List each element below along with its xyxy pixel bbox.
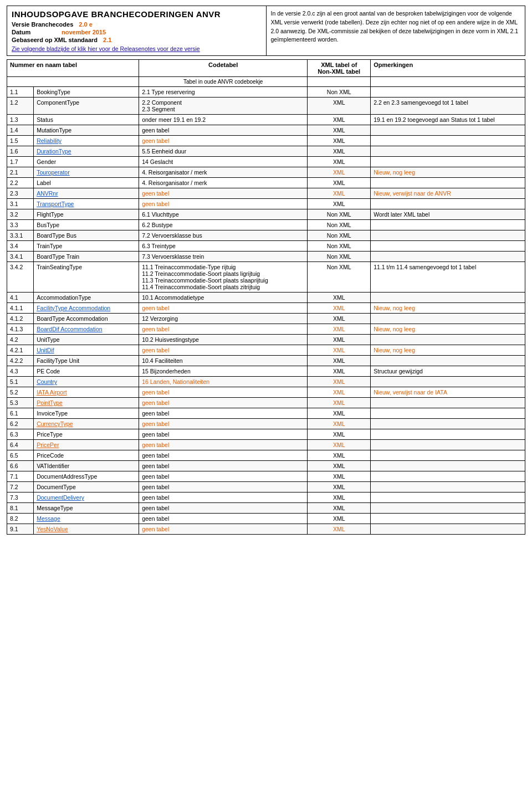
table-row: 1.2ComponentType2.2 Component2.3 Segment… xyxy=(7,98,525,115)
row-name[interactable]: Message xyxy=(34,514,139,524)
row-old-code: 6.3 Treintype xyxy=(139,241,308,252)
row-old-code: 4. Reisorganisator / merk xyxy=(139,178,308,188)
row-name: TrainSeatingType xyxy=(34,262,139,293)
row-name: PriceType xyxy=(34,429,139,440)
row-old-code: 2.1 Type reservering xyxy=(139,87,308,98)
row-name[interactable]: DocumentDelivery xyxy=(34,493,139,503)
row-old-code: geen tabel xyxy=(139,429,308,440)
row-remark xyxy=(371,356,525,366)
version-value: 2.0 e xyxy=(79,21,92,28)
row-name: FacilityType Unit xyxy=(34,356,139,366)
table-row: 4.1AccommodationType10.1 Accommodatietyp… xyxy=(7,293,525,303)
row-name: Gender xyxy=(34,157,139,167)
row-remark xyxy=(371,125,525,136)
row-name: BoardType Accommodation xyxy=(34,314,139,324)
row-name[interactable]: Touroperator xyxy=(34,167,139,178)
row-old-code: 5.5 Eenheid duur xyxy=(139,146,308,157)
row-num: 6.4 xyxy=(7,440,34,450)
row-old-code: geen tabel xyxy=(139,324,308,335)
row-remark xyxy=(371,461,525,471)
row-remark xyxy=(371,314,525,324)
row-remark: Nieuw, verwijst naar de IATA xyxy=(371,387,525,398)
row-name[interactable]: IATA Airport xyxy=(34,387,139,398)
th-num-sub xyxy=(7,77,139,87)
table-row: 9.1YesNoValuegeen tabelXML xyxy=(7,524,525,535)
table-row: 1.6DurationType5.5 Eenheid duurXML xyxy=(7,146,525,157)
row-xml-type: XML xyxy=(308,199,371,209)
row-remark: Nieuw, verwijst naar de ANVR xyxy=(371,188,525,199)
row-old-code: 10.4 Faciliteiten xyxy=(139,356,308,366)
datum-label: Datum xyxy=(12,29,56,35)
row-num: 4.2.2 xyxy=(7,356,34,366)
row-name[interactable]: Country xyxy=(34,377,139,387)
row-remark xyxy=(371,429,525,440)
row-xml-type: XML xyxy=(308,167,371,178)
row-num: 3.2 xyxy=(7,209,34,220)
row-xml-type: XML xyxy=(308,188,371,199)
row-remark xyxy=(371,335,525,345)
row-old-code: 10.1 Accommodatietype xyxy=(139,293,308,303)
row-xml-type: Non XML xyxy=(308,252,371,262)
row-num: 2.3 xyxy=(7,188,34,199)
table-row: 7.3DocumentDeliverygeen tabelXML xyxy=(7,493,525,503)
row-xml-type: XML xyxy=(308,493,371,503)
row-remark xyxy=(371,514,525,524)
table-row: 3.4.1BoardType Train7.3 Vervoersklasse t… xyxy=(7,252,525,262)
row-name[interactable]: CurrencyType xyxy=(34,419,139,429)
table-body: 1.1BookingType2.1 Type reserveringNon XM… xyxy=(7,87,525,535)
row-num: 3.4 xyxy=(7,241,34,252)
row-old-code: geen tabel xyxy=(139,136,308,146)
row-num: 2.1 xyxy=(7,167,34,178)
row-xml-type: XML xyxy=(308,524,371,535)
row-old-code: 4. Reisorganisator / merk xyxy=(139,167,308,178)
row-xml-type: XML xyxy=(308,503,371,514)
row-xml-type: XML xyxy=(308,356,371,366)
row-xml-type: XML xyxy=(308,440,371,450)
row-xml-type: XML xyxy=(308,157,371,167)
release-notes-link[interactable]: Zie volgende bladzijde of klik hier voor… xyxy=(12,45,262,52)
row-name[interactable]: TransportType xyxy=(34,199,139,209)
row-remark xyxy=(371,220,525,230)
row-name: FlightType xyxy=(34,209,139,220)
row-name[interactable]: BoardDif Accommodation xyxy=(34,324,139,335)
row-name[interactable]: PricePer xyxy=(34,440,139,450)
row-name[interactable]: ANVRnr xyxy=(34,188,139,199)
row-name: DocumentType xyxy=(34,482,139,493)
row-name[interactable]: DurationType xyxy=(34,146,139,157)
th-num-name: Nummer en naam tabel xyxy=(7,60,139,77)
row-name[interactable]: YesNoValue xyxy=(34,524,139,535)
row-name[interactable]: FacilityType Accommodation xyxy=(34,303,139,314)
row-num: 5.2 xyxy=(7,387,34,398)
row-remark xyxy=(371,482,525,493)
th-xml-sub xyxy=(308,77,371,87)
row-old-code: 7.3 Vervoersklasse trein xyxy=(139,252,308,262)
th-codetabel-header: Codetabel xyxy=(139,60,308,77)
row-name: Status xyxy=(34,115,139,125)
row-name: InvoiceType xyxy=(34,408,139,419)
row-name[interactable]: UnitDif xyxy=(34,345,139,356)
row-num: 2.2 xyxy=(7,178,34,188)
row-xml-type: XML xyxy=(308,461,371,471)
row-remark xyxy=(371,241,525,252)
row-xml-type: XML xyxy=(308,419,371,429)
row-old-code: geen tabel xyxy=(139,461,308,471)
row-remark xyxy=(371,398,525,408)
row-xml-type: XML xyxy=(308,178,371,188)
row-name[interactable]: Reliability xyxy=(34,136,139,146)
row-remark: Nieuw, nog leeg xyxy=(371,303,525,314)
row-num: 4.1.3 xyxy=(7,324,34,335)
row-num: 3.1 xyxy=(7,199,34,209)
table-row: 1.4MutationTypegeen tabelXML xyxy=(7,125,525,136)
table-row: 5.1Country16 Landen, NationaliteitenXML xyxy=(7,377,525,387)
row-num: 6.6 xyxy=(7,461,34,471)
row-num: 3.4.1 xyxy=(7,252,34,262)
row-remark: Nieuw, nog leeg xyxy=(371,167,525,178)
row-xml-type: XML xyxy=(308,398,371,408)
row-remark xyxy=(371,377,525,387)
row-name[interactable]: PointType xyxy=(34,398,139,408)
row-remark xyxy=(371,471,525,482)
table-row: 5.3PointTypegeen tabelXML xyxy=(7,398,525,408)
table-row: 3.2FlightType6.1 VluchttypeNon XMLWordt … xyxy=(7,209,525,220)
main-table: Nummer en naam tabel Codetabel XML tabel… xyxy=(7,59,525,535)
table-row: 7.1DocumentAddressTypegeen tabelXML xyxy=(7,471,525,482)
